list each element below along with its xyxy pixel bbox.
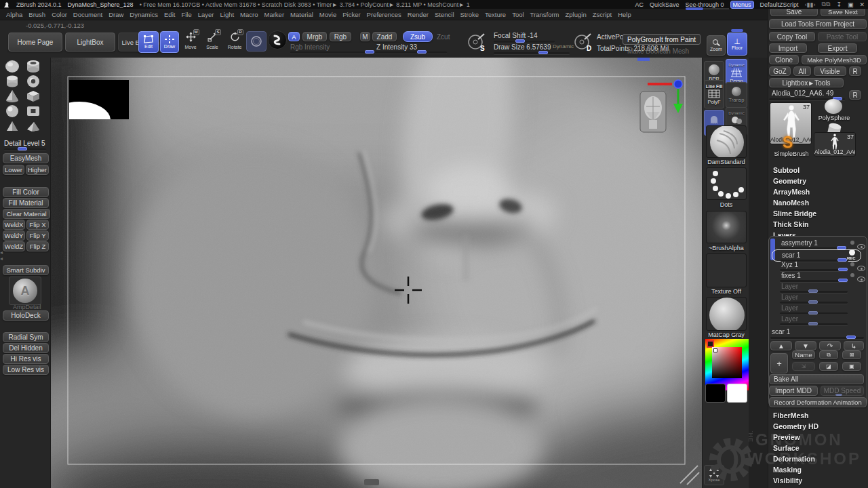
weldy-button[interactable]: WeldY — [3, 230, 25, 241]
focal-shift-slider-label[interactable]: Focal Shift -14 — [494, 32, 537, 39]
menu-marker[interactable]: Marker — [264, 11, 285, 18]
stroke-selector[interactable]: S — [467, 33, 487, 53]
flipy-button[interactable]: Flip Y — [26, 230, 49, 241]
section-subtool[interactable]: Subtool — [773, 166, 800, 174]
bake-all-button[interactable]: Bake All — [769, 374, 864, 384]
zadd-button[interactable]: Zadd — [372, 32, 397, 41]
layer-row[interactable]: fixes 1 — [777, 271, 864, 282]
move-button[interactable]: M Move — [182, 32, 199, 52]
menu-dynamics[interactable]: Dynamics — [130, 11, 158, 18]
tray-divider-arrow-icon[interactable]: ◂◂ — [0, 249, 3, 262]
focal-shift-handle[interactable] — [515, 39, 525, 43]
menu-layer[interactable]: Layer — [198, 11, 214, 18]
lower-button[interactable]: Lower — [3, 165, 24, 175]
layer-row[interactable]: Xyz 1 — [777, 260, 864, 271]
primitive-sphere-icon[interactable] — [4, 104, 20, 118]
mdd-speed-slider[interactable]: MDD Speed — [821, 386, 864, 396]
detail-level-handle[interactable] — [18, 147, 27, 150]
goz-visible-button[interactable]: Visible — [814, 66, 846, 76]
close-icon[interactable]: ✕ — [859, 1, 865, 8]
layer-split-up-button[interactable]: ↷ — [819, 341, 841, 350]
layer-record-dot[interactable] — [850, 241, 854, 245]
layer-row-empty[interactable]: Layer — [777, 293, 864, 304]
menu-brush[interactable]: Brush — [28, 11, 45, 18]
menu-color[interactable]: Color — [52, 11, 67, 18]
home-page-button[interactable]: Home Page — [8, 33, 62, 52]
draw-size-handle[interactable] — [538, 51, 548, 54]
menu-preferences[interactable]: Preferences — [367, 11, 401, 18]
zoom-button[interactable]: Zoom — [707, 35, 726, 56]
rgb-intensity-slider-label[interactable]: Rgb Intensity — [290, 43, 330, 51]
sculpt-canvas[interactable] — [51, 58, 702, 488]
holodeck-button[interactable]: HoloDeck — [3, 310, 49, 321]
zcut-button[interactable]: Zcut — [437, 33, 450, 41]
menu-help[interactable]: Help — [618, 11, 631, 18]
lightbox-tools-button[interactable]: Lightbox►Tools — [769, 78, 844, 87]
menu-document[interactable]: Document — [73, 11, 102, 18]
hi-res-vis-button[interactable]: Hi Res vis — [3, 354, 49, 364]
menu-stroke[interactable]: Stroke — [460, 11, 479, 18]
primitive-hollow-cylinder-icon[interactable] — [25, 60, 41, 73]
del-hidden-button[interactable]: Del Hidden — [3, 343, 49, 353]
goz-button[interactable]: GoZ — [769, 66, 791, 76]
edit-button[interactable]: Edit — [138, 31, 159, 53]
rotate-button[interactable]: R Rotate — [225, 32, 244, 52]
radial-sym-button[interactable]: Radial Sym — [3, 332, 49, 342]
rgb-intensity-handle[interactable] — [365, 50, 374, 54]
mrgb-button[interactable]: Mrgb — [302, 32, 327, 41]
section-visibility[interactable]: Visibility — [773, 476, 802, 485]
primitive-cube-icon[interactable] — [25, 89, 41, 103]
section-masking[interactable]: Masking — [773, 466, 802, 474]
layer-move-up-button[interactable]: ▲ — [770, 341, 792, 350]
layer-flatten-button[interactable]: ▣ — [842, 362, 861, 371]
scale-button[interactable]: S Scale — [203, 32, 221, 52]
primitive-torus-icon[interactable] — [25, 75, 41, 88]
layer-row-empty[interactable]: Layer — [777, 304, 864, 314]
export-button[interactable]: Export — [818, 43, 857, 53]
current-material-sphere[interactable] — [268, 30, 287, 49]
layer-merge-button[interactable]: ⇲ — [792, 362, 815, 371]
mdd-speed-handle[interactable] — [835, 394, 842, 396]
default-zscript-button[interactable]: DefaultZScript — [760, 1, 799, 8]
load-tools-button[interactable]: Load Tools From Project — [769, 19, 867, 29]
line-fill-polyf-button[interactable]: Line Fill PolyF — [704, 80, 724, 108]
make-polymesh3d-button[interactable]: Make PolyMesh3D — [802, 55, 867, 64]
layer-new-button[interactable]: + — [770, 353, 788, 373]
layer-intensity-handle[interactable] — [846, 336, 856, 339]
draw-size-slider-label[interactable]: Draw Size 6.57639 — [494, 43, 551, 51]
rgb-intensity-track[interactable] — [290, 52, 370, 54]
layer-intensity-slider-label[interactable]: scar 1 — [772, 328, 790, 336]
layer-rec-dot[interactable] — [849, 249, 855, 256]
layer-record-dot[interactable] — [850, 262, 854, 266]
layer-invert-button[interactable]: ◪ — [819, 362, 838, 371]
layer-row-empty[interactable]: Layer — [777, 282, 864, 293]
menu-stencil[interactable]: Stencil — [435, 11, 454, 18]
network-icons[interactable]: ⧉⧉ — [822, 1, 831, 8]
menu-zscript[interactable]: Zscript — [593, 11, 612, 18]
rgb-button[interactable]: Rgb — [330, 32, 351, 41]
polyframe-button[interactable] — [246, 31, 267, 52]
copy-tool-button[interactable]: Copy Tool — [769, 32, 815, 41]
menu-alpha[interactable]: Alpha — [6, 11, 22, 18]
goz-all-button[interactable]: All — [793, 66, 811, 76]
simplebrush-icon[interactable]: S — [783, 134, 793, 152]
menu-edit[interactable]: Edit — [164, 11, 175, 18]
polysphere-icon[interactable] — [825, 99, 842, 114]
z-intensity-handle[interactable] — [417, 50, 427, 54]
alpha-selector[interactable]: D — [573, 33, 593, 53]
material-a-toggle[interactable]: A — [288, 32, 300, 41]
primitive-pyramid2-icon[interactable] — [25, 119, 41, 133]
primitive-disc-icon[interactable] — [4, 60, 20, 73]
canvas-bottom-handle[interactable] — [364, 479, 379, 485]
secondary-color-swatch[interactable] — [705, 384, 726, 403]
layer-delete-button[interactable]: ⊠ — [842, 350, 861, 359]
layer-name-button[interactable]: Name — [792, 350, 815, 359]
fill-material-button[interactable]: Fill Material — [3, 198, 49, 208]
brush-thumb[interactable] — [706, 125, 747, 158]
primitive-cylinder-icon[interactable] — [4, 75, 20, 88]
z-intensity-track[interactable] — [375, 52, 447, 54]
import-button[interactable]: Import — [769, 43, 807, 53]
fill-color-button[interactable]: Fill Color — [3, 187, 49, 197]
transp-button[interactable]: Transp — [726, 82, 747, 108]
see-through-slider[interactable]: See-through 0 — [686, 1, 724, 8]
